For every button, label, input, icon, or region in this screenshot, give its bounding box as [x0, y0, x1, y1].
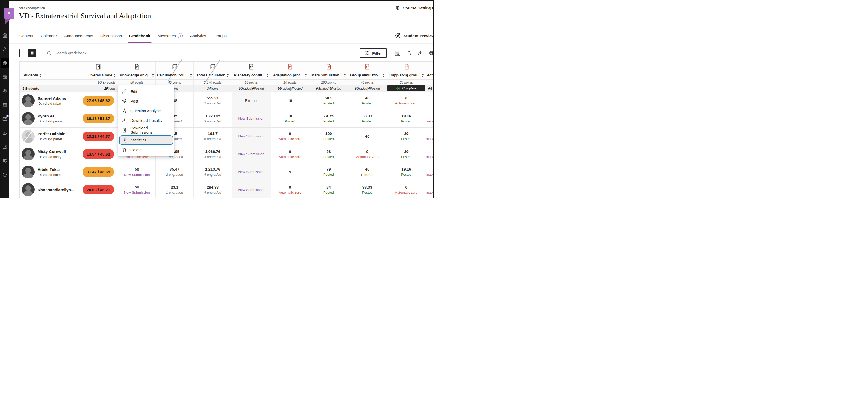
grade-cell-total[interactable]: 191.76 ungraded [194, 127, 232, 146]
grade-cell-knowledge[interactable]: 50New Submission [118, 163, 156, 181]
tab-gradebook[interactable]: Gradebook [129, 28, 150, 43]
grade-cell-adaptation[interactable]: 10Posted [271, 110, 309, 128]
grade-cell-mars[interactable]: 79Posted [309, 163, 348, 181]
list-view-button[interactable] [20, 49, 28, 57]
sort-icon[interactable] [152, 74, 154, 77]
sidebar-item-window-icon[interactable] [1, 72, 9, 82]
search-input[interactable] [54, 51, 118, 56]
overall-grade-pill[interactable]: 13.54 / 45.62 [83, 149, 114, 159]
student-name[interactable]: Hibiki Tokai [37, 167, 61, 172]
overall-grade-pill[interactable]: 10.22 / 44.37 [83, 131, 114, 141]
grade-cell-planetary[interactable]: New Submission [232, 110, 271, 128]
student-name[interactable]: Pyoro AI [37, 114, 62, 118]
settings-gear-icon[interactable] [429, 50, 434, 56]
grade-cell-trappist[interactable]: 0Automatic zero [387, 92, 426, 110]
tab-groups[interactable]: Groups [213, 28, 226, 43]
sort-icon[interactable] [227, 74, 229, 77]
grade-cell-group[interactable]: 33.33Posted [348, 181, 387, 199]
grade-cell-trappist[interactable]: 20Posted [387, 127, 426, 146]
course-settings-button[interactable]: Course Settings [395, 5, 433, 10]
grade-cell-calc[interactable]: 23.11 ungraded [156, 181, 194, 199]
download-icon[interactable] [417, 50, 424, 56]
grade-cell-trappist[interactable]: 20Posted [387, 146, 426, 163]
tab-analytics[interactable]: Analytics [190, 28, 206, 43]
grade-cell-actions[interactable]: Automatic zero [426, 127, 434, 146]
grade-cell-calc[interactable]: 35.472 ungraded [156, 163, 194, 181]
student-name[interactable]: Samuel Adams [37, 96, 66, 100]
grade-cell-trappist[interactable]: 19.16Posted [387, 110, 426, 128]
sidebar-item-doc-edit-icon[interactable] [1, 128, 9, 138]
filter-button[interactable]: Filter [360, 48, 386, 58]
tab-discussions[interactable]: Discussions [100, 28, 122, 43]
sidebar-item-bank-icon[interactable] [1, 31, 9, 40]
student-cell[interactable]: Samuel AdamsID: vd.std.rabat [20, 92, 79, 110]
column-header-adaptation[interactable]: Adaptation proc... [271, 62, 309, 80]
item-search-icon[interactable] [394, 50, 401, 57]
overall-grade-pill[interactable]: 24.63 / 46.21 [83, 185, 114, 194]
grade-cell-total[interactable]: 1,213.764 ungraded [194, 163, 232, 181]
menu-item-question-analysis[interactable]: Question Analysis [118, 106, 174, 116]
sort-icon[interactable] [114, 74, 116, 77]
close-course-tab[interactable]: ✕ [4, 7, 14, 19]
grade-cell-group[interactable]: 40Exempt [348, 163, 387, 181]
overall-grade-pill[interactable]: 31.47 / 48.65 [83, 167, 114, 177]
grade-cell-total[interactable]: 1,223.953 ungraded [194, 110, 232, 128]
grade-cell-mars[interactable]: 98Posted [309, 146, 348, 163]
grade-cell-group[interactable]: 40Posted [348, 92, 387, 110]
menu-item-edit[interactable]: Edit [118, 87, 174, 96]
sort-icon[interactable] [305, 74, 307, 77]
sort-icon[interactable] [190, 74, 192, 77]
grade-cell-adaptation[interactable]: 0Automatic zero [271, 181, 309, 199]
sidebar-item-people-alt-icon[interactable] [1, 156, 9, 165]
sort-icon[interactable] [267, 74, 269, 77]
overall-grade-pill[interactable]: 36.18 / 51.87 [83, 114, 114, 123]
grade-cell-group[interactable]: 33.33Posted [348, 110, 387, 128]
grade-cell-actions[interactable]: Automatic zero [426, 110, 434, 128]
grade-cell-knowledge[interactable]: 50New Submission [118, 181, 156, 199]
student-cell[interactable]: Parfet BalblairID: vd.std.parfet [20, 127, 79, 146]
upload-icon[interactable] [406, 50, 412, 56]
column-header-actions[interactable]: Acti [426, 62, 434, 80]
student-name[interactable]: Misty Cornwell [37, 149, 66, 154]
grade-cell-adaptation[interactable]: 0Automatic zero [271, 127, 309, 146]
sidebar-item-mail-icon[interactable]: 5 [1, 114, 9, 124]
sort-icon[interactable] [422, 74, 424, 77]
sidebar-item-people-icon[interactable] [1, 86, 9, 96]
student-cell[interactable]: Rhoshandiatellyn... [20, 181, 79, 199]
grade-cell-adaptation[interactable]: 0Automatic zero [271, 146, 309, 163]
student-name[interactable]: Parfet Balblair [37, 131, 65, 136]
grade-cell-planetary[interactable]: Exempt [232, 92, 271, 110]
grade-cell-total[interactable]: 555.912 ungraded [194, 92, 232, 110]
grade-cell-actions[interactable]: Automatic zero [426, 181, 434, 199]
grade-cell-adaptation[interactable]: 10 [271, 92, 309, 110]
grade-cell-actions[interactable]: Automatic zero [426, 146, 434, 163]
tab-announcements[interactable]: Announcements [64, 28, 93, 43]
sort-icon[interactable] [39, 74, 41, 77]
student-cell[interactable]: Hibiki TokaiID: vd.std.hibiki [20, 163, 79, 181]
sidebar-item-globe-icon[interactable] [1, 58, 9, 68]
grade-cell-total[interactable]: 294.334 ungraded [194, 181, 232, 199]
column-header-knowledge[interactable]: Knowledge on g... [118, 62, 156, 80]
student-cell[interactable]: Pyoro AIID: vd.std.pyoro [20, 110, 79, 128]
grade-cell-planetary[interactable]: New Submission [232, 163, 271, 181]
menu-item-statistics[interactable]: Statistics [119, 135, 173, 145]
student-cell[interactable]: Misty CornwellID: vd.std.misty [20, 146, 79, 163]
sort-icon[interactable] [382, 74, 384, 77]
tab-content[interactable]: Content [19, 28, 33, 43]
student-name[interactable]: Rhoshandiatellyn... [37, 187, 74, 192]
column-header-planetary[interactable]: Planetary condit... [232, 62, 271, 80]
grade-cell-planetary[interactable]: New Submission [232, 181, 271, 199]
grid-view-button[interactable] [28, 49, 36, 57]
column-header-mars[interactable]: Mars Simulation... [309, 62, 348, 80]
grade-cell-actions[interactable] [426, 92, 434, 110]
grade-cell-planetary[interactable]: New Submission [232, 127, 271, 146]
column-header-trappist[interactable]: Trappist-1g grou... [387, 62, 426, 80]
sidebar-item-person-icon[interactable] [1, 44, 9, 54]
grade-cell-adaptation[interactable]: 5 [271, 163, 309, 181]
sidebar-item-history-icon[interactable] [1, 170, 9, 180]
tab-messages[interactable]: Messages1 [157, 28, 183, 43]
grade-cell-mars[interactable]: 100Posted [309, 127, 348, 146]
column-header-students[interactable]: Students [20, 62, 79, 80]
sort-icon[interactable] [344, 74, 346, 77]
grade-cell-mars[interactable]: 74.75Posted [309, 110, 348, 128]
